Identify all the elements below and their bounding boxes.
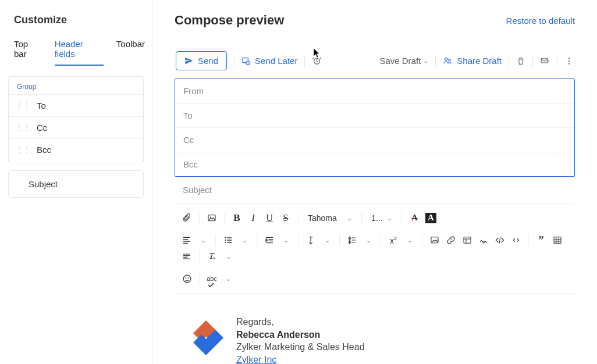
share-draft-button[interactable]: Share Draft xyxy=(443,56,502,66)
signature-company-link[interactable]: Zylker Inc xyxy=(236,355,276,364)
group-item-cc[interactable]: ⋮⋮ Cc xyxy=(9,116,143,138)
spellcheck-icon: abc xyxy=(207,275,217,282)
bg-color-button[interactable]: A xyxy=(423,210,438,226)
cc-field[interactable]: Cc xyxy=(175,128,574,152)
group-item-bcc[interactable]: ⋮⋮ Bcc xyxy=(9,138,143,160)
list-button[interactable] xyxy=(221,233,236,248)
drag-handle-icon[interactable]: ⋮⋮ xyxy=(16,126,31,130)
signature-button[interactable] xyxy=(476,233,491,248)
svg-rect-4 xyxy=(541,58,548,63)
compose-preview: Compose preview Restore to default Send … xyxy=(152,0,597,364)
spellcheck-dropdown[interactable]: ⌄ xyxy=(221,271,236,286)
line-height-button[interactable] xyxy=(344,233,360,248)
drag-handle-icon[interactable]: ⋮⋮ xyxy=(16,104,31,108)
signature-regards: Regards, xyxy=(236,316,365,329)
signature-icon xyxy=(478,235,489,245)
clear-format-dropdown[interactable]: ⌄ xyxy=(221,249,236,264)
group-item-to[interactable]: ⋮⋮ To xyxy=(9,94,143,116)
underline-button[interactable]: U xyxy=(262,210,277,226)
list-dropdown[interactable]: ⌄ xyxy=(237,233,252,248)
svg-point-12 xyxy=(225,242,226,243)
align-button[interactable] xyxy=(179,233,194,248)
alarm-icon xyxy=(312,56,322,66)
trash-icon xyxy=(516,56,525,66)
emoji-icon xyxy=(182,274,192,284)
chevron-down-icon: ⌄ xyxy=(226,253,231,260)
code-block-button[interactable] xyxy=(509,233,524,248)
svg-point-5 xyxy=(568,58,570,59)
bold-button[interactable]: B xyxy=(229,210,244,226)
strikethrough-button[interactable]: S xyxy=(278,210,293,226)
paperclip-icon xyxy=(182,213,191,223)
text-color-icon: A xyxy=(411,217,418,219)
italic-button[interactable]: I xyxy=(246,210,261,226)
hr-icon xyxy=(182,252,191,261)
align-left-icon xyxy=(182,235,191,245)
send-button[interactable]: Send xyxy=(176,51,227,70)
sidebar-title: Customize xyxy=(7,14,145,26)
list-icon xyxy=(223,235,233,245)
signature-block: Regards, Rebecca Anderson Zylker Marketi… xyxy=(175,294,575,364)
open-new-button[interactable] xyxy=(540,56,550,66)
spellcheck-button[interactable]: abc xyxy=(204,271,219,286)
send-later-button[interactable]: Send Later xyxy=(241,56,297,66)
from-field[interactable]: From xyxy=(175,79,574,104)
indent-button[interactable] xyxy=(262,233,277,248)
chevron-down-icon: ⌄ xyxy=(325,237,330,244)
emoji-button[interactable] xyxy=(179,271,194,286)
insert-image-button[interactable] xyxy=(204,210,219,226)
text-direction-icon xyxy=(306,235,315,245)
line-height-dropdown[interactable]: ⌄ xyxy=(361,233,376,248)
company-logo xyxy=(182,316,226,356)
superscript-dropdown[interactable]: ⌄ xyxy=(402,233,417,248)
group-item-label: Bcc xyxy=(37,145,51,155)
svg-point-3 xyxy=(449,59,450,60)
sidebar-tabs: Top bar Header fields Toolbar xyxy=(7,39,145,66)
code-button[interactable] xyxy=(492,233,507,248)
font-family-select[interactable]: Tahoma ⌄ xyxy=(303,213,357,223)
indent-icon xyxy=(265,235,274,245)
signature-text: Regards, Rebecca Anderson Zylker Marketi… xyxy=(236,316,365,364)
font-size-select[interactable]: 1... ⌄ xyxy=(367,213,397,223)
subject-item[interactable]: Subject xyxy=(8,170,144,198)
indent-dropdown[interactable]: ⌄ xyxy=(278,233,293,248)
table-icon xyxy=(553,235,562,245)
template-button[interactable] xyxy=(460,233,475,248)
customize-sidebar: Customize Top bar Header fields Toolbar … xyxy=(0,0,152,364)
send-later-label: Send Later xyxy=(255,56,297,66)
bcc-field[interactable]: Bcc xyxy=(175,152,574,176)
group-label: Group xyxy=(9,81,143,94)
hr-button[interactable] xyxy=(179,249,194,264)
quote-button[interactable]: ” xyxy=(534,233,549,248)
save-draft-button[interactable]: Save Draft ⌄ xyxy=(379,56,428,66)
clear-format-button[interactable] xyxy=(204,249,219,264)
insert-inline-image-button[interactable] xyxy=(427,233,442,248)
drag-handle-icon[interactable]: ⋮⋮ xyxy=(16,148,31,152)
delete-button[interactable] xyxy=(516,56,525,66)
svg-point-11 xyxy=(225,240,226,241)
compose-action-bar: Send Send Later Save Draft ⌄ Share Draft xyxy=(175,51,575,70)
font-family-value: Tahoma xyxy=(308,213,337,223)
chevron-down-icon: ⌄ xyxy=(407,237,413,244)
align-dropdown[interactable]: ⌄ xyxy=(196,233,211,248)
link-button[interactable] xyxy=(443,233,459,248)
svg-rect-14 xyxy=(464,237,471,244)
to-field[interactable]: To xyxy=(175,104,574,128)
direction-dropdown[interactable]: ⌄ xyxy=(319,233,335,248)
editor-toolbar: B I U S Tahoma ⌄ 1... ⌄ A A xyxy=(175,203,575,294)
attachment-button[interactable] xyxy=(179,210,194,226)
reminder-button[interactable] xyxy=(312,56,322,66)
signature-name: Rebecca Anderson xyxy=(236,329,365,341)
tab-top-bar[interactable]: Top bar xyxy=(14,39,42,66)
image-icon xyxy=(207,213,216,223)
table-button[interactable] xyxy=(550,233,565,248)
superscript-button[interactable]: x2 xyxy=(386,233,401,248)
restore-default-link[interactable]: Restore to default xyxy=(506,16,575,26)
tab-toolbar[interactable]: Toolbar xyxy=(116,39,145,66)
text-color-button[interactable]: A xyxy=(407,210,422,226)
svg-point-16 xyxy=(183,275,191,283)
more-menu-button[interactable] xyxy=(564,56,574,66)
tab-header-fields[interactable]: Header fields xyxy=(55,39,104,66)
subject-field[interactable]: Subject xyxy=(175,177,575,203)
direction-button[interactable] xyxy=(303,233,318,248)
